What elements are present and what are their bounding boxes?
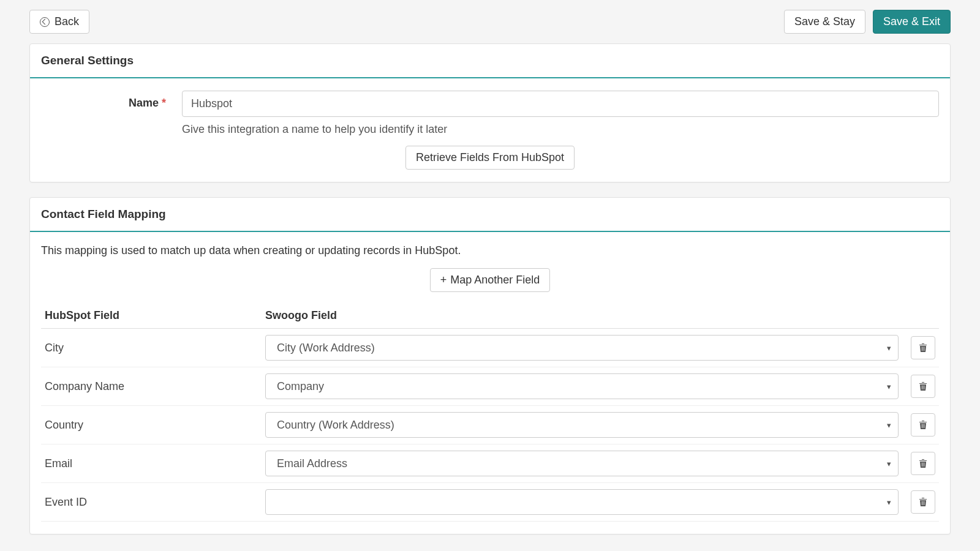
swoogo-field-cell: City (Work Address) bbox=[262, 329, 902, 367]
col-header-actions bbox=[902, 303, 939, 329]
required-asterisk: * bbox=[162, 97, 166, 109]
table-row: Company NameCompany bbox=[41, 367, 939, 406]
delete-cell bbox=[902, 406, 939, 444]
save-stay-button[interactable]: Save & Stay bbox=[784, 10, 865, 34]
swoogo-field-cell: Email Address bbox=[262, 444, 902, 483]
delete-row-button[interactable] bbox=[911, 336, 935, 359]
svg-rect-7 bbox=[924, 463, 924, 467]
save-stay-label: Save & Stay bbox=[794, 15, 855, 28]
save-exit-button[interactable]: Save & Exit bbox=[873, 10, 951, 34]
name-label: Name bbox=[129, 97, 159, 109]
name-row: Name * Give this integration a name to h… bbox=[41, 91, 939, 136]
save-exit-label: Save & Exit bbox=[883, 15, 940, 28]
back-button[interactable]: Back bbox=[29, 10, 89, 34]
delete-cell bbox=[902, 483, 939, 522]
delete-row-button[interactable] bbox=[911, 375, 935, 398]
hubspot-field-cell: City bbox=[41, 329, 262, 367]
general-settings-body: Name * Give this integration a name to h… bbox=[30, 78, 950, 182]
swoogo-field-select[interactable]: Country (Work Address) bbox=[265, 412, 899, 438]
delete-cell bbox=[902, 444, 939, 483]
hubspot-field-cell: Country bbox=[41, 406, 262, 444]
swoogo-field-select[interactable]: Email Address bbox=[265, 451, 899, 476]
name-field-wrap: Give this integration a name to help you… bbox=[182, 91, 939, 136]
svg-rect-9 bbox=[924, 501, 924, 506]
map-another-field-button[interactable]: + Map Another Field bbox=[430, 268, 551, 292]
svg-rect-6 bbox=[922, 463, 922, 467]
mapping-description: This mapping is used to match up data wh… bbox=[41, 244, 939, 257]
swoogo-field-cell: Company bbox=[262, 367, 902, 406]
swoogo-select-wrap: Country (Work Address) bbox=[265, 412, 899, 438]
svg-rect-0 bbox=[922, 347, 922, 351]
svg-rect-5 bbox=[924, 424, 924, 429]
swoogo-select-wrap: Company bbox=[265, 373, 899, 399]
mapping-table: HubSpot Field Swoogo Field CityCity (Wor… bbox=[41, 303, 939, 522]
col-header-hubspot: HubSpot Field bbox=[41, 303, 262, 329]
delete-cell bbox=[902, 367, 939, 406]
svg-rect-4 bbox=[922, 424, 922, 429]
svg-rect-8 bbox=[922, 501, 922, 506]
svg-rect-1 bbox=[924, 347, 924, 351]
swoogo-select-wrap: Email Address bbox=[265, 451, 899, 476]
back-button-label: Back bbox=[55, 15, 79, 28]
name-input[interactable] bbox=[182, 91, 939, 117]
swoogo-field-cell bbox=[262, 483, 902, 522]
table-row: CountryCountry (Work Address) bbox=[41, 406, 939, 444]
retrieve-wrap: Retrieve Fields From HubSpot bbox=[41, 146, 939, 170]
contact-mapping-header: Contact Field Mapping bbox=[30, 198, 950, 232]
svg-rect-2 bbox=[922, 386, 922, 390]
hubspot-field-cell: Event ID bbox=[41, 483, 262, 522]
general-settings-panel: General Settings Name * Give this integr… bbox=[29, 43, 951, 182]
svg-rect-3 bbox=[924, 386, 924, 390]
table-row: CityCity (Work Address) bbox=[41, 329, 939, 367]
swoogo-field-select[interactable]: Company bbox=[265, 373, 899, 399]
name-label-wrap: Name * bbox=[41, 91, 182, 110]
delete-row-button[interactable] bbox=[911, 490, 935, 514]
retrieve-fields-button[interactable]: Retrieve Fields From HubSpot bbox=[405, 146, 575, 170]
contact-mapping-body: This mapping is used to match up data wh… bbox=[30, 232, 950, 534]
swoogo-select-wrap bbox=[265, 489, 899, 515]
hubspot-field-cell: Email bbox=[41, 444, 262, 483]
map-another-field-label: Map Another Field bbox=[450, 274, 540, 287]
swoogo-field-select[interactable]: City (Work Address) bbox=[265, 335, 899, 361]
table-row: EmailEmail Address bbox=[41, 444, 939, 483]
contact-mapping-panel: Contact Field Mapping This mapping is us… bbox=[29, 197, 951, 534]
swoogo-field-cell: Country (Work Address) bbox=[262, 406, 902, 444]
trash-icon bbox=[919, 497, 927, 507]
swoogo-select-wrap: City (Work Address) bbox=[265, 335, 899, 361]
swoogo-field-select[interactable] bbox=[265, 489, 899, 515]
name-help-text: Give this integration a name to help you… bbox=[182, 123, 939, 136]
col-header-swoogo: Swoogo Field bbox=[262, 303, 902, 329]
delete-row-button[interactable] bbox=[911, 413, 935, 437]
trash-icon bbox=[919, 420, 927, 430]
topbar: Back Save & Stay Save & Exit bbox=[0, 0, 980, 43]
trash-icon bbox=[919, 343, 927, 353]
topbar-actions: Save & Stay Save & Exit bbox=[784, 10, 951, 34]
general-settings-header: General Settings bbox=[30, 44, 950, 78]
delete-cell bbox=[902, 329, 939, 367]
trash-icon bbox=[919, 381, 927, 391]
retrieve-fields-label: Retrieve Fields From HubSpot bbox=[416, 151, 564, 164]
mapping-add-wrap: + Map Another Field bbox=[41, 268, 939, 292]
plus-icon: + bbox=[440, 274, 447, 287]
table-row: Event ID bbox=[41, 483, 939, 522]
delete-row-button[interactable] bbox=[911, 452, 935, 475]
back-arrow-icon bbox=[40, 17, 50, 27]
hubspot-field-cell: Company Name bbox=[41, 367, 262, 406]
trash-icon bbox=[919, 459, 927, 468]
